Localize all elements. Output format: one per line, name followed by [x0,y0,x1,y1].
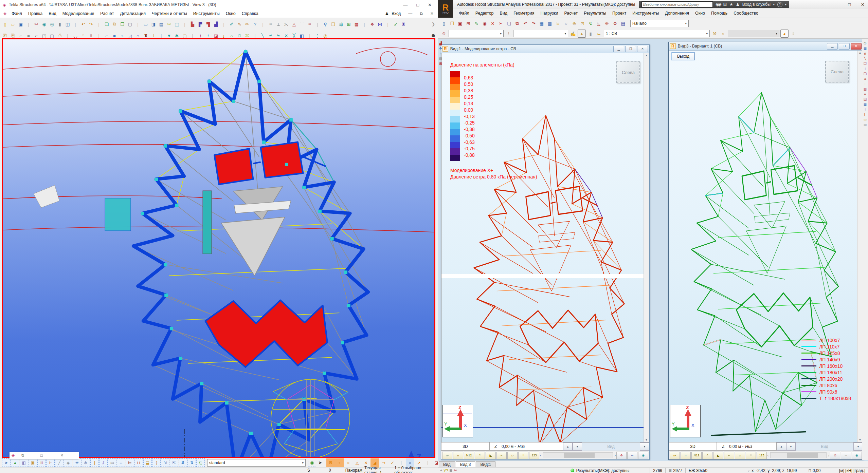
snap-settings-icon[interactable]: ⌖ [440,468,442,473]
toolbar-icon[interactable]: ○ [562,20,570,27]
toolbar-icon[interactable]: ✎ [236,20,243,28]
toolbar-icon[interactable]: ▮ [56,20,64,28]
toolbar-icon[interactable]: ⊡ [579,20,586,27]
toolbar-icon[interactable]: ❐ [119,20,126,28]
menu-item[interactable]: Файл [8,11,25,17]
ribbon-close-icon[interactable]: ✕ [430,11,434,16]
maximize-icon[interactable]: □ [416,2,419,7]
selection-toolbar-icon[interactable]: ⇱ [170,458,178,467]
selection-toolbar-icon[interactable]: ◧ [20,458,28,467]
toolbar-icon[interactable]: ❏ [505,20,513,27]
toolbar-icon[interactable]: ◫ [64,20,71,28]
selection-toolbar-icon[interactable]: ⇅ [187,458,196,467]
render-globe-icon[interactable]: ◉ [308,459,316,467]
view-toggle-icon[interactable]: ◉ [852,452,862,459]
dock-icon[interactable]: ▟ [438,41,443,46]
level-up-button[interactable]: ▲ [777,442,786,451]
scroll-right-icon[interactable]: › [828,453,829,458]
satellite-icon[interactable]: ☊ [723,2,727,7]
display-option-icon[interactable]: N12 [464,452,474,459]
display-option-icon[interactable]: n- [442,452,452,459]
maximize-icon[interactable]: □ [848,2,851,7]
toolbar-icon[interactable]: ⌗ [306,20,313,28]
menu-item[interactable]: Результаты [581,10,609,16]
signin-button[interactable]: Вход в службы [742,2,771,7]
display-option-icon[interactable]: N12 [691,452,702,459]
select-nodes-icon[interactable]: ⍾ [440,30,448,37]
menu-item[interactable]: Дополнения [662,10,692,16]
menu-item[interactable]: Нагрузки [538,10,561,16]
cursor-icon[interactable]: ➤ [317,459,324,467]
toolbar-icon[interactable]: ▟ [212,20,220,28]
view-toggle-icon[interactable]: ◉ [638,452,648,459]
toolbar-icon[interactable]: ➹ [392,20,399,28]
toolbar-icon[interactable]: ↯ [587,20,594,27]
close-icon[interactable]: ✕ [637,46,648,52]
toolbar-icon[interactable]: | [72,20,79,28]
structure-tool-icon[interactable]: ✶ [863,92,868,97]
structure-tool-icon[interactable]: ⟁ [863,76,868,81]
scroll-down-icon[interactable]: ▼ [853,442,863,451]
display-option-icon[interactable]: ⎍ [746,452,756,459]
restore-icon[interactable]: ❐ [839,43,850,50]
dock-icon[interactable]: ▤ [438,56,443,61]
dock-icon[interactable]: ⊞ [438,61,443,66]
toolbar-icon[interactable]: ⚙ [611,20,619,27]
menu-item[interactable]: Вид [497,10,511,16]
menu-item[interactable]: Сообщество [730,10,761,16]
restore-icon[interactable]: ❐ [625,46,636,52]
level-indicator[interactable]: Z = 0,00 м -Низ [717,442,777,451]
selection-toolbar-icon[interactable]: ◈ [64,458,72,467]
menu-item[interactable]: Помощь [708,10,730,16]
structure-tool-icon[interactable]: ❒ [863,61,868,66]
infocenter-search-input[interactable] [641,1,713,7]
selection-toolbar-icon[interactable]: ⊔ [134,458,143,467]
toolbar-icon[interactable]: ✂ [497,20,505,27]
toolbar-icon[interactable]: ⚲ [322,20,329,28]
display-option-icon[interactable]: ▱ [735,452,745,459]
menu-item[interactable]: Проект [609,10,629,16]
toolbar-icon[interactable]: ◨ [150,20,157,28]
selection-toolbar-icon[interactable]: ⎗ [196,458,205,467]
dock-icon[interactable]: ✥ [438,46,443,51]
help-caret-icon[interactable]: ▾ [785,3,786,6]
menu-item[interactable]: Расчёт [97,11,117,17]
menu-item[interactable]: Инструменты [629,10,662,16]
toolbar-icon[interactable]: ♜ [400,20,407,28]
toolbar-icon[interactable]: ✕ [489,20,496,27]
toolbar-icon[interactable]: ⋋ [283,20,290,28]
snap-icon[interactable]: ○ [344,458,352,467]
selection-toolbar-icon[interactable]: ▲ [11,458,19,467]
toolbar-icon[interactable]: ↶ [79,20,87,28]
toolbar-icon[interactable]: ❖ [368,20,376,28]
structure-tool-icon[interactable]: ▤ [863,97,868,102]
tekla-wolf-model[interactable] [133,50,368,457]
load-case-icon[interactable]: ⌙ [595,30,603,37]
display-option-icon[interactable]: ▱ [507,452,518,459]
minimize-icon[interactable]: — [833,2,838,7]
signin-caret-icon[interactable]: ▾ [773,3,775,6]
toolbar-icon[interactable]: △ [290,20,298,28]
binoculars-icon[interactable]: ◉◉ [716,2,721,7]
toolbar-icon[interactable]: ↶ [522,20,529,27]
menu-item[interactable]: Расчет [561,10,581,16]
structure-tool-icon[interactable]: ⌶ [863,81,868,87]
selection-toolbar-icon[interactable]: ⟨ [152,458,161,467]
toolbar-icon[interactable]: ▯ [1,20,9,28]
toolbar-icon[interactable]: ⇶ [337,20,345,28]
toolbar-icon[interactable]: | [361,20,368,28]
level-down-button[interactable]: ▼ [786,442,796,451]
structure-tool-icon[interactable]: Ｉ [863,66,868,71]
scroll-right-icon[interactable]: › [614,453,616,458]
display-option-icon[interactable]: 123 [529,452,539,459]
view3-horizontal-scrollbar[interactable] [770,452,827,458]
tab-vid[interactable]: Вид [439,461,455,467]
help-icon[interactable]: ? [777,2,782,7]
toolbar-icon[interactable]: ▯ [440,20,448,27]
structure-tool-icon[interactable]: ❏ [863,71,868,76]
toolbar-icon[interactable]: ▙ [189,20,196,28]
layout-combobox[interactable]: Начало▾ [630,20,689,27]
menu-item[interactable]: Файл [456,10,472,16]
structure-tool-icon[interactable]: ╲ [863,56,868,61]
selection-toolbar-icon[interactable]: ▣ [29,458,37,467]
